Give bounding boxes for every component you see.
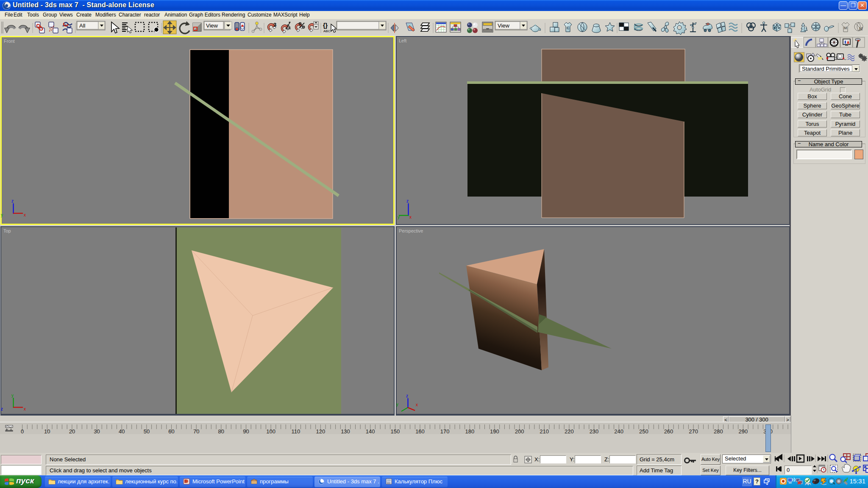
svg-text:C: C [567, 26, 570, 30]
svg-text:140: 140 [366, 428, 375, 435]
svg-text:130: 130 [341, 428, 350, 435]
svg-text:200: 200 [515, 428, 524, 435]
svg-text:y: y [398, 215, 400, 219]
svg-text:y: y [1, 213, 3, 217]
svg-text:270: 270 [689, 428, 698, 435]
svg-text:x: x [416, 402, 418, 407]
svg-text:280: 280 [714, 428, 723, 435]
svg-text:260: 260 [664, 428, 673, 435]
svg-text:70: 70 [193, 428, 199, 435]
svg-text:x: x [24, 407, 26, 411]
svg-text:230: 230 [590, 428, 599, 435]
svg-text:0: 0 [21, 428, 24, 435]
svg-text:170: 170 [440, 428, 450, 435]
svg-text:100: 100 [266, 428, 275, 435]
svg-text:y: y [11, 393, 14, 398]
svg-text:All: All [79, 22, 86, 29]
svg-text:210: 210 [540, 428, 549, 435]
svg-text:110: 110 [291, 428, 300, 435]
svg-text:10: 10 [44, 428, 50, 435]
svg-text:120: 120 [316, 428, 326, 435]
svg-text:190: 190 [490, 428, 499, 435]
svg-text:20: 20 [69, 428, 75, 435]
svg-text:180: 180 [465, 428, 474, 435]
svg-text:40: 40 [119, 428, 125, 435]
svg-text:290: 290 [739, 428, 748, 435]
svg-text:z: z [406, 199, 409, 203]
svg-text:80: 80 [218, 428, 224, 435]
svg-text:View: View [206, 22, 218, 29]
svg-text:240: 240 [614, 428, 623, 435]
svg-text:y: y [396, 402, 398, 407]
svg-text:160: 160 [415, 428, 425, 435]
svg-text:z: z [11, 199, 14, 203]
svg-text:z: z [406, 394, 408, 398]
svg-text:{}: {} [323, 22, 328, 29]
svg-text:z: z [1, 407, 3, 411]
svg-text:50: 50 [144, 428, 150, 435]
svg-text:ABC: ABC [323, 29, 331, 33]
svg-text:150: 150 [391, 428, 400, 435]
svg-text:220: 220 [565, 428, 574, 435]
svg-text:60: 60 [168, 428, 174, 435]
svg-text:250: 250 [639, 428, 648, 435]
svg-text:3: 3 [273, 22, 276, 28]
svg-text:M: M [859, 27, 862, 31]
svg-text:30: 30 [94, 428, 100, 435]
svg-text:90: 90 [243, 428, 249, 435]
svg-text:View: View [498, 22, 510, 29]
svg-text:M: M [844, 26, 847, 30]
svg-text:x: x [409, 215, 412, 219]
svg-text:x: x [24, 213, 26, 217]
